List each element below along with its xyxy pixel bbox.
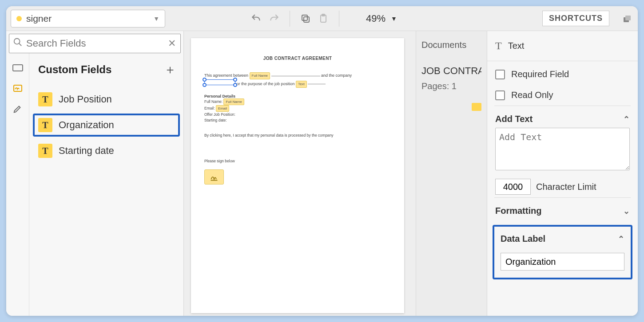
- kv-fullname: Full Name: Full Name: [204, 98, 391, 105]
- required-label: Required Field: [511, 69, 569, 79]
- field-label: Starting date: [59, 145, 114, 157]
- checkbox-required[interactable]: [495, 70, 505, 79]
- app-window: signer ▼ 49% ▼ SHORTCUTS: [6, 6, 638, 316]
- field-tag-fullname[interactable]: Full Name: [250, 72, 270, 79]
- add-text-header[interactable]: Add Text ⌃: [495, 114, 630, 128]
- text-type-icon: T: [38, 92, 52, 106]
- chevron-up-icon: ⌃: [623, 114, 630, 124]
- formatting-section: Formatting ⌄: [494, 197, 631, 222]
- field-chip-icon: [472, 103, 481, 111]
- toolbar-divider: [339, 11, 339, 27]
- document-name[interactable]: JOB CONTRA: [421, 65, 481, 77]
- svg-rect-1: [302, 15, 307, 20]
- svg-line-7: [19, 43, 22, 46]
- field-item-organization[interactable]: T Organization: [33, 114, 180, 137]
- add-text-section: Add Text ⌃ Character Limit: [494, 106, 631, 197]
- formatting-header[interactable]: Formatting ⌄: [495, 206, 630, 220]
- data-label-section: Data Label ⌃: [493, 225, 632, 279]
- close-icon[interactable]: ✕: [166, 38, 178, 49]
- field-item-starting-date[interactable]: T Starting date: [33, 139, 180, 162]
- signer-color-dot: [16, 16, 22, 21]
- field-type-label: Text: [508, 41, 525, 51]
- svg-rect-0: [304, 17, 309, 22]
- field-item-job-position[interactable]: T Job Position: [33, 88, 180, 111]
- documents-panel: Documents JOB CONTRA Pages: 1: [416, 31, 487, 316]
- data-label-input[interactable]: [501, 253, 624, 271]
- signature-tool-icon[interactable]: [11, 83, 24, 93]
- top-toolbar: signer ▼ 49% ▼ SHORTCUTS: [6, 6, 638, 31]
- add-text-input[interactable]: [495, 128, 630, 170]
- copy-icon[interactable]: [299, 12, 312, 25]
- toolbar-divider: [290, 11, 290, 27]
- field-tag-text[interactable]: Text: [296, 81, 307, 88]
- document-pages: Pages: 1: [421, 81, 481, 91]
- page-thumbnail[interactable]: [421, 103, 481, 111]
- chevron-up-icon: ⌃: [618, 234, 624, 244]
- sign-label: Please sign below: [204, 159, 391, 163]
- checkbox-readonly[interactable]: [495, 90, 505, 100]
- svg-point-6: [14, 39, 20, 44]
- readonly-label: Read Only: [511, 90, 553, 100]
- data-label-header[interactable]: Data Label ⌃: [501, 234, 624, 247]
- undo-icon[interactable]: [250, 12, 263, 25]
- kv-start: Starting date:: [204, 118, 391, 123]
- required-field-row[interactable]: Required Field: [494, 64, 631, 85]
- char-limit-label: Character Limit: [536, 182, 596, 192]
- field-type-row: T Text: [487, 31, 638, 61]
- resize-handle[interactable]: [203, 78, 207, 82]
- left-panel: ✕ Custom Fields ＋: [6, 31, 184, 316]
- document-page[interactable]: JOB CONTRACT AGREEMENT This agreement be…: [191, 38, 404, 313]
- field-label: Job Position: [59, 94, 112, 105]
- doc-title: JOB CONTRACT AGREEMENT: [204, 56, 391, 61]
- zoom-dropdown[interactable]: 49% ▼: [366, 13, 397, 24]
- chevron-down-icon: ▼: [391, 15, 397, 22]
- consent-text: By clicking here, I accept that my perso…: [204, 133, 391, 137]
- tool-rail: [6, 53, 29, 316]
- chevron-down-icon: ▼: [153, 15, 159, 22]
- doc-line-2: or the purpose of the job position Text: [204, 79, 391, 88]
- resize-handle[interactable]: [233, 78, 237, 82]
- zoom-value: 49%: [366, 13, 386, 24]
- paste-icon[interactable]: [317, 12, 330, 25]
- canvas-area[interactable]: JOB CONTRACT AGREEMENT This agreement be…: [184, 31, 416, 316]
- resize-handle[interactable]: [203, 83, 207, 87]
- properties-panel: T Text Required Field Read Only Add Text…: [487, 31, 638, 316]
- search-icon[interactable]: [12, 37, 24, 50]
- documents-tab[interactable]: Documents: [421, 40, 481, 50]
- signer-dropdown[interactable]: signer ▼: [11, 10, 165, 27]
- main-area: ✕ Custom Fields ＋: [6, 31, 638, 316]
- resize-handle[interactable]: [233, 83, 237, 87]
- custom-fields-header: Custom Fields ＋: [32, 58, 181, 85]
- svg-rect-5: [625, 16, 631, 20]
- fields-column: Custom Fields ＋ T Job Position T Organiz…: [29, 53, 183, 316]
- text-type-icon: T: [495, 40, 502, 52]
- text-type-icon: T: [38, 144, 52, 158]
- personal-details-header: Personal Details: [204, 94, 391, 98]
- char-limit-row: Character Limit: [495, 179, 630, 195]
- kv-email: Email: Email: [204, 105, 391, 112]
- field-tag-fullname[interactable]: Full Name: [223, 98, 244, 105]
- search-input[interactable]: [24, 36, 166, 51]
- char-limit-input[interactable]: [495, 179, 531, 195]
- field-tag-email[interactable]: Email: [216, 105, 229, 112]
- kv-offer: Offer Job Position:: [204, 112, 391, 118]
- readonly-field-row[interactable]: Read Only: [494, 85, 631, 106]
- search-field-row: ✕: [9, 34, 181, 53]
- shortcuts-button[interactable]: SHORTCUTS: [542, 11, 609, 26]
- rect-tool-icon[interactable]: [11, 63, 24, 73]
- doc-line-1: This agreement between Full Name and the…: [204, 72, 391, 79]
- selected-text-field[interactable]: [204, 79, 235, 85]
- layers-icon[interactable]: [620, 12, 633, 25]
- signer-label: signer: [26, 13, 149, 24]
- signature-field[interactable]: [204, 169, 224, 185]
- custom-fields-title: Custom Fields: [38, 63, 111, 76]
- add-field-icon[interactable]: ＋: [164, 61, 176, 78]
- text-type-icon: T: [38, 118, 52, 132]
- field-label: Organization: [59, 119, 114, 131]
- redo-icon[interactable]: [267, 12, 281, 25]
- chevron-down-icon: ⌄: [623, 206, 630, 216]
- pencil-tool-icon[interactable]: [11, 104, 24, 114]
